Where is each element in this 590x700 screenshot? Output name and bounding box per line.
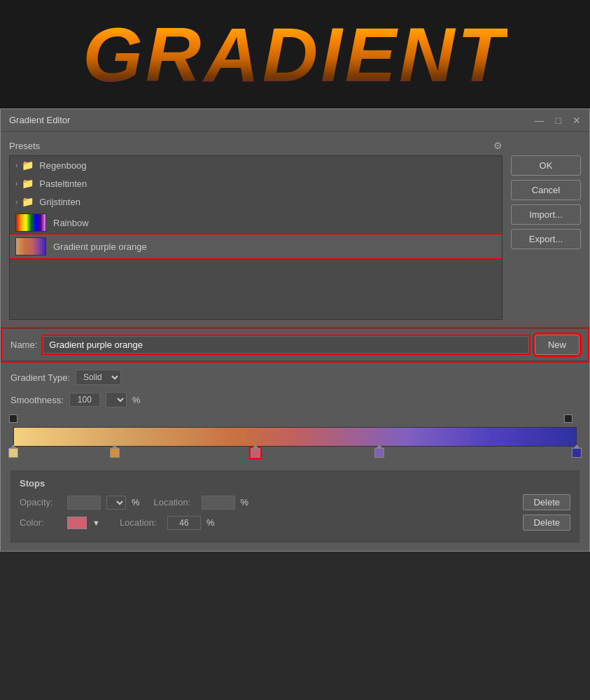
stops-title: Stops — [20, 478, 570, 489]
preset-item-label: Rainbow — [53, 218, 89, 228]
presets-label: Presets — [9, 141, 40, 151]
gradient-type-select[interactable]: Solid Noise — [76, 370, 121, 385]
preset-item-label: Gradient purple orange — [53, 241, 147, 252]
opacity-unit: % — [132, 497, 140, 507]
right-panel: OK Cancel Import... Export... — [511, 140, 581, 320]
smoothness-label: Smoothness: — [10, 395, 64, 405]
folder-arrow-icon: › — [15, 162, 17, 169]
preset-item-rainbow[interactable]: Rainbow — [10, 211, 502, 234]
name-row: Name: New — [2, 328, 588, 361]
banner: GRADIENT — [0, 0, 590, 108]
maximize-button[interactable]: □ — [556, 115, 561, 125]
preset-swatch-purple-orange — [15, 237, 46, 255]
preset-folder-pasteltinten[interactable]: › 📁 Pasteltinten — [10, 174, 502, 192]
presets-list[interactable]: › 📁 Regenboog › 📁 Pasteltinten › 📁 Grijs… — [9, 155, 503, 320]
smoothness-dropdown[interactable] — [106, 392, 127, 407]
color-stop-label: Color: — [20, 517, 62, 528]
color-stop-2[interactable] — [110, 448, 120, 458]
name-label: Name: — [10, 340, 37, 350]
banner-title: GRADIENT — [83, 10, 507, 99]
folder-name: Regenboog — [39, 160, 86, 171]
gradient-editor-dialog: Gradient Editor — □ ✕ Presets ⚙ › 📁 Rege… — [0, 108, 590, 552]
smoothness-unit: % — [132, 395, 141, 405]
smoothness-input[interactable] — [69, 393, 100, 407]
preset-folder-grijstinten[interactable]: › 📁 Grijstinten — [10, 192, 502, 211]
opacity-location-unit: % — [241, 497, 249, 507]
color-stop-3-selected[interactable] — [251, 448, 260, 458]
opacity-stop-left[interactable] — [9, 414, 17, 423]
stops-section: Stops Opacity: % Location: % Delete Colo… — [10, 470, 580, 542]
opacity-stop-label: Opacity: — [20, 497, 62, 507]
color-swatch[interactable] — [67, 517, 87, 529]
cancel-button[interactable]: Cancel — [511, 180, 581, 200]
color-stop-4[interactable] — [374, 448, 384, 458]
dialog-title: Gradient Editor — [9, 115, 70, 125]
presets-header: Presets ⚙ — [9, 140, 503, 151]
opacity-dropdown[interactable] — [106, 496, 126, 510]
color-location-input[interactable] — [167, 516, 201, 530]
folder-icon: 📁 — [22, 178, 34, 189]
new-button[interactable]: New — [535, 335, 580, 355]
minimize-button[interactable]: — — [535, 115, 545, 125]
opacity-location-input[interactable] — [202, 496, 235, 510]
smoothness-row: Smoothness: % — [10, 392, 580, 407]
preset-folder-regenboog[interactable]: › 📁 Regenboog — [10, 156, 502, 174]
color-stop-row: Color: ▼ Location: % Delete — [20, 514, 570, 531]
preset-item-purple-orange[interactable]: Gradient purple orange — [10, 234, 502, 258]
gradient-type-label: Gradient Type: — [10, 372, 70, 383]
color-stops-row — [13, 447, 577, 462]
opacity-stop-input[interactable] — [67, 496, 101, 510]
opacity-stops-row — [10, 414, 580, 427]
folder-arrow-icon: › — [15, 198, 17, 206]
name-input[interactable] — [43, 336, 529, 354]
folder-icon: 📁 — [22, 196, 34, 207]
color-stop-1[interactable] — [8, 448, 18, 458]
opacity-location-label: Location: — [154, 497, 196, 507]
window-controls: — □ ✕ — [535, 115, 581, 125]
color-dropdown-arrow[interactable]: ▼ — [92, 519, 100, 527]
folder-arrow-icon: › — [15, 180, 17, 188]
ok-button[interactable]: OK — [511, 155, 581, 176]
gear-icon[interactable]: ⚙ — [493, 140, 503, 151]
opacity-stop-row: Opacity: % Location: % Delete — [20, 494, 570, 510]
folder-icon: 📁 — [22, 160, 34, 171]
left-panel: Presets ⚙ › 📁 Regenboog › 📁 Pasteltinten… — [9, 140, 503, 320]
color-delete-button[interactable]: Delete — [523, 514, 570, 531]
export-button[interactable]: Export... — [511, 229, 581, 249]
opacity-stop-right[interactable] — [564, 414, 573, 423]
gradient-controls: Gradient Type: Solid Noise Smoothness: % — [1, 361, 589, 551]
import-button[interactable]: Import... — [511, 204, 581, 225]
folder-name: Grijstinten — [39, 197, 80, 207]
opacity-delete-button[interactable]: Delete — [523, 494, 570, 510]
dialog-body: Presets ⚙ › 📁 Regenboog › 📁 Pasteltinten… — [1, 132, 589, 328]
gradient-bar[interactable] — [13, 427, 577, 447]
gradient-area — [10, 414, 580, 462]
color-location-label: Location: — [120, 517, 162, 528]
color-stop-5[interactable] — [572, 448, 582, 458]
gradient-type-row: Gradient Type: Solid Noise — [10, 370, 580, 385]
titlebar: Gradient Editor — □ ✕ — [1, 109, 589, 132]
color-location-unit: % — [206, 517, 215, 528]
close-button[interactable]: ✕ — [573, 115, 581, 125]
folder-name: Pasteltinten — [39, 178, 87, 189]
preset-swatch-rainbow — [15, 214, 46, 232]
